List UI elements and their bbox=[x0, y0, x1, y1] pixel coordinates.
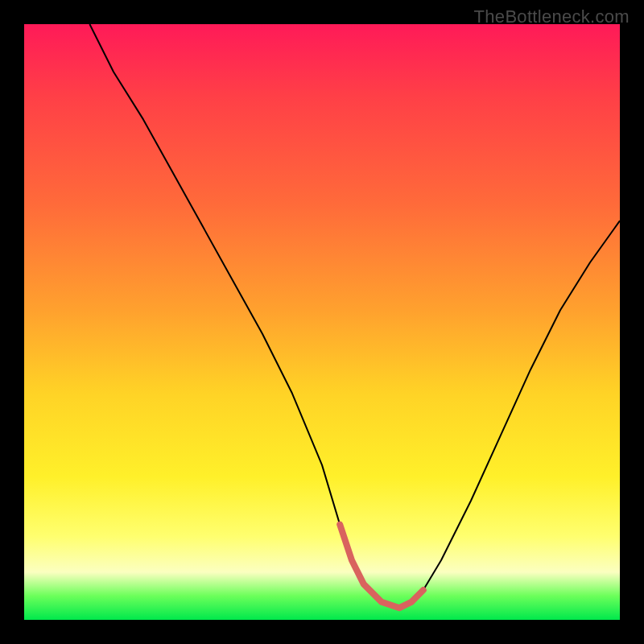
chart-svg bbox=[24, 24, 620, 620]
chart-canvas: TheBottleneck.com bbox=[0, 0, 644, 644]
plot-area bbox=[24, 24, 620, 620]
chart-curve bbox=[89, 24, 620, 608]
chart-highlight bbox=[340, 525, 423, 609]
watermark-label: TheBottleneck.com bbox=[474, 6, 630, 27]
